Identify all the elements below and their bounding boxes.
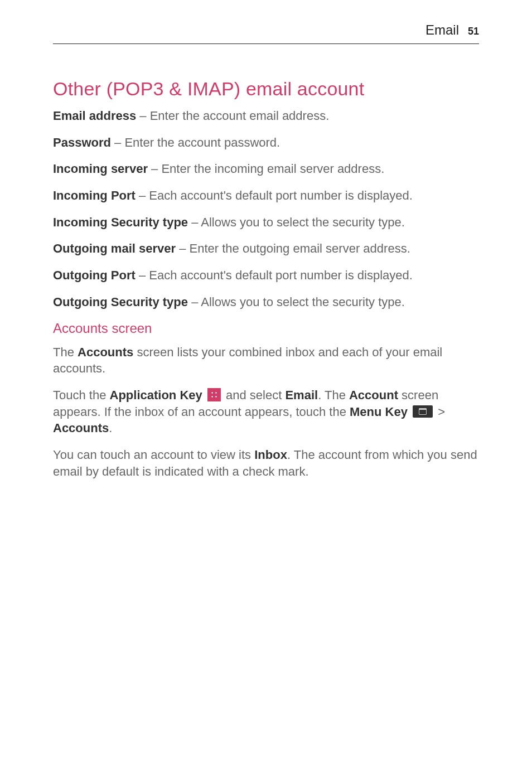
- field-desc: – Allows you to select the security type…: [188, 295, 405, 309]
- text-bold: Accounts: [78, 345, 133, 359]
- header-underline: [53, 43, 479, 44]
- field-label: Outgoing Port: [53, 268, 136, 282]
- field-label: Outgoing mail server: [53, 241, 176, 255]
- accounts-para-3: You can touch an account to view its Inb…: [53, 447, 479, 480]
- field-label: Incoming Security type: [53, 215, 188, 229]
- text: .: [109, 421, 112, 435]
- field-password: Password – Enter the account password.: [53, 134, 479, 151]
- field-label: Incoming server: [53, 162, 148, 176]
- accounts-para-2: Touch the Application Key and select Ema…: [53, 387, 479, 437]
- accounts-screen-title: Accounts screen: [53, 321, 479, 336]
- field-label: Email address: [53, 109, 136, 123]
- section-title: Other (POP3 & IMAP) email account: [53, 78, 479, 100]
- text: Touch the: [53, 388, 110, 402]
- field-label: Outgoing Security type: [53, 295, 188, 309]
- page-content: Other (POP3 & IMAP) email account Email …: [53, 78, 479, 490]
- page-header: Email 51: [425, 22, 479, 38]
- field-incoming-server: Incoming server – Enter the incoming ema…: [53, 161, 479, 177]
- field-desc: – Enter the outgoing email server addres…: [176, 241, 410, 255]
- text: The: [53, 345, 78, 359]
- field-desc: – Enter the account password.: [111, 135, 280, 149]
- menu-key-icon: [413, 405, 433, 418]
- text: and select: [226, 388, 285, 402]
- text: >: [434, 405, 445, 419]
- text-bold-applicationkey: Application Key: [110, 388, 202, 402]
- text-bold-accounts: Accounts: [53, 421, 109, 435]
- field-outgoing-port: Outgoing Port – Each account's default p…: [53, 267, 479, 284]
- accounts-para-1: The Accounts screen lists your combined …: [53, 344, 479, 377]
- text: . The: [318, 388, 349, 402]
- text-bold-inbox: Inbox: [254, 448, 287, 462]
- field-desc: – Allows you to select the security type…: [188, 215, 405, 229]
- field-incoming-port: Incoming Port – Each account's default p…: [53, 187, 479, 204]
- field-desc: – Each account's default port number is …: [136, 188, 413, 202]
- header-section-label: Email: [425, 22, 459, 38]
- text: You can touch an account to view its: [53, 448, 254, 462]
- text-bold-menukey: Menu Key: [350, 405, 408, 419]
- field-outgoing-security: Outgoing Security type – Allows you to s…: [53, 294, 479, 311]
- text-bold-account: Account: [349, 388, 398, 402]
- field-outgoing-server: Outgoing mail server – Enter the outgoin…: [53, 240, 479, 257]
- field-email-address: Email address – Enter the account email …: [53, 108, 479, 124]
- field-incoming-security: Incoming Security type – Allows you to s…: [53, 214, 479, 231]
- application-key-icon: [207, 388, 221, 401]
- field-label: Incoming Port: [53, 188, 136, 202]
- field-desc: – Each account's default port number is …: [136, 268, 413, 282]
- field-desc: – Enter the incoming email server addres…: [148, 162, 384, 176]
- text-bold-email: Email: [285, 388, 318, 402]
- header-page-number: 51: [468, 26, 479, 37]
- field-label: Password: [53, 135, 111, 149]
- field-desc: – Enter the account email address.: [136, 109, 329, 123]
